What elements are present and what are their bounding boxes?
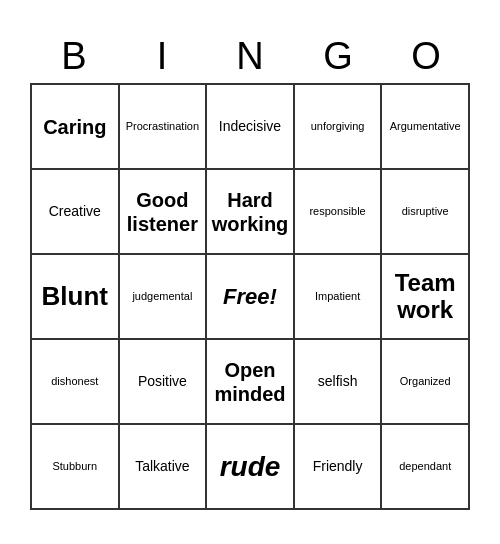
- bingo-cell: Stubburn: [32, 425, 120, 510]
- bingo-cell: Open minded: [207, 340, 295, 425]
- cell-content: Open minded: [211, 358, 289, 406]
- bingo-card: BINGO CaringProcrastinationIndecisiveunf…: [20, 24, 480, 521]
- bingo-cell: Hard working: [207, 170, 295, 255]
- cell-content: Stubburn: [52, 460, 97, 473]
- bingo-cell: Free!: [207, 255, 295, 340]
- cell-content: disruptive: [402, 205, 449, 218]
- bingo-cell: Creative: [32, 170, 120, 255]
- bingo-cell: rude: [207, 425, 295, 510]
- bingo-letter: O: [382, 34, 470, 80]
- bingo-letter: N: [206, 34, 294, 80]
- bingo-letter: I: [118, 34, 206, 80]
- bingo-cell: Blunt: [32, 255, 120, 340]
- cell-content: Talkative: [135, 458, 189, 475]
- bingo-cell: dishonest: [32, 340, 120, 425]
- cell-content: Blunt: [42, 281, 108, 312]
- bingo-cell: Team work: [382, 255, 470, 340]
- cell-content: judgemental: [132, 290, 192, 303]
- bingo-cell: responsible: [295, 170, 383, 255]
- cell-content: selfish: [318, 373, 358, 390]
- bingo-cell: Positive: [120, 340, 208, 425]
- bingo-cell: disruptive: [382, 170, 470, 255]
- bingo-cell: dependant: [382, 425, 470, 510]
- cell-content: Good listener: [124, 188, 202, 236]
- cell-content: Hard working: [211, 188, 289, 236]
- bingo-cell: Good listener: [120, 170, 208, 255]
- bingo-header: BINGO: [30, 34, 470, 80]
- cell-content: dishonest: [51, 375, 98, 388]
- bingo-cell: selfish: [295, 340, 383, 425]
- bingo-cell: Procrastination: [120, 85, 208, 170]
- bingo-cell: Indecisive: [207, 85, 295, 170]
- cell-content: Procrastination: [126, 120, 199, 133]
- bingo-cell: Caring: [32, 85, 120, 170]
- bingo-cell: Talkative: [120, 425, 208, 510]
- bingo-cell: Argumentative: [382, 85, 470, 170]
- bingo-letter: B: [30, 34, 118, 80]
- bingo-cell: Organized: [382, 340, 470, 425]
- bingo-cell: unforgiving: [295, 85, 383, 170]
- cell-content: Friendly: [313, 458, 363, 475]
- cell-content: Organized: [400, 375, 451, 388]
- cell-content: Free!: [223, 284, 277, 310]
- cell-content: responsible: [309, 205, 365, 218]
- cell-content: Argumentative: [390, 120, 461, 133]
- bingo-cell: judgemental: [120, 255, 208, 340]
- cell-content: Impatient: [315, 290, 360, 303]
- cell-content: Positive: [138, 373, 187, 390]
- cell-content: unforgiving: [311, 120, 365, 133]
- cell-content: dependant: [399, 460, 451, 473]
- bingo-cell: Impatient: [295, 255, 383, 340]
- cell-content: rude: [220, 450, 281, 484]
- cell-content: Creative: [49, 203, 101, 220]
- bingo-letter: G: [294, 34, 382, 80]
- bingo-cell: Friendly: [295, 425, 383, 510]
- cell-content: Caring: [43, 115, 106, 139]
- cell-content: Team work: [386, 270, 464, 323]
- cell-content: Indecisive: [219, 118, 281, 135]
- bingo-grid: CaringProcrastinationIndecisiveunforgivi…: [30, 83, 470, 510]
